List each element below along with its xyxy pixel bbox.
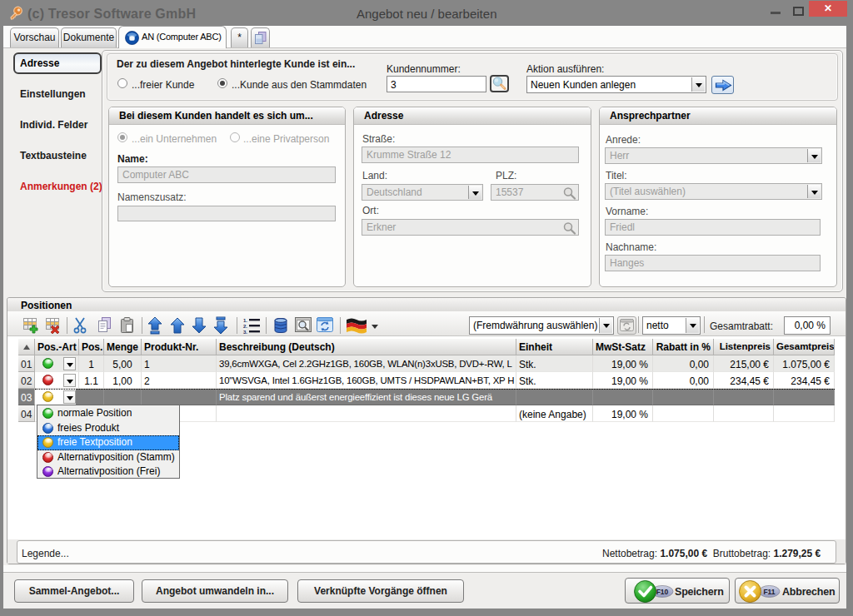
svg-text:1.: 1.: [243, 318, 247, 323]
svg-text:3.: 3.: [243, 330, 247, 335]
svg-text:F11: F11: [763, 588, 775, 596]
svg-text:F10: F10: [656, 588, 669, 596]
svg-text:2.: 2.: [243, 324, 247, 329]
